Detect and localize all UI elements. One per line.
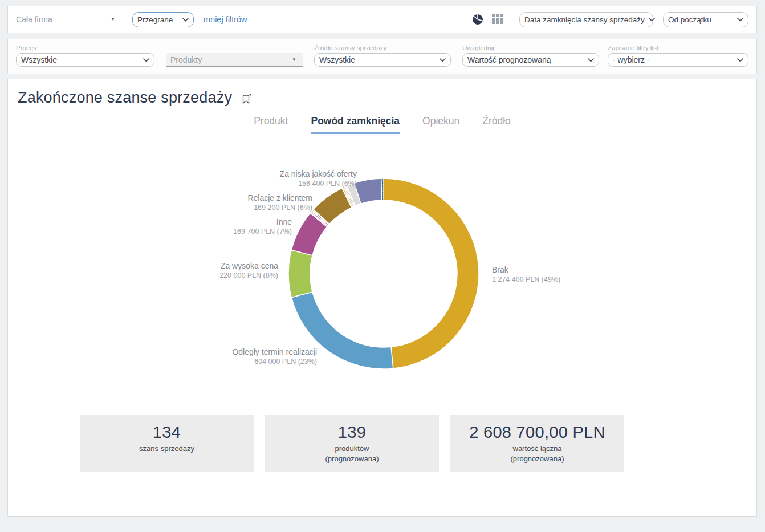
toolbar-right-group: Data zamknięcia szansy sprzedaży Od pocz… bbox=[471, 12, 748, 27]
title-row: Zakończone szanse sprzedaży bbox=[8, 79, 756, 107]
donut-segment-za-wysoka-cena[interactable] bbox=[288, 250, 312, 297]
pie-chart-icon[interactable] bbox=[471, 13, 484, 26]
tab-opiekun[interactable]: Opiekun bbox=[422, 115, 459, 134]
status-select[interactable]: Przegrane bbox=[132, 12, 194, 27]
process-filter-group: Proces: Wszystkie bbox=[16, 43, 154, 74]
source-select-value: Wszystkie bbox=[319, 55, 355, 64]
include-label: Uwzględnij: bbox=[462, 43, 599, 53]
tab-zrodlo[interactable]: Źródło bbox=[482, 115, 511, 134]
tab-powod-zamkniecia[interactable]: Powód zamknięcia bbox=[311, 115, 400, 134]
chevron-down-icon bbox=[733, 18, 743, 22]
period-select-value: Od początku bbox=[668, 15, 711, 24]
stat-products: 139 produktów(prognozowana) bbox=[265, 415, 439, 472]
report-tabs: Produkt Powód zamknięcia Opiekun Źródło bbox=[8, 115, 756, 134]
stat-total-value: 2 608 700,00 PLN wartość łączna(prognozo… bbox=[450, 415, 624, 472]
status-select-value: Przegrane bbox=[137, 15, 173, 24]
donut-chart: Za niska jakość oferty 156 400 PLN (6%) … bbox=[8, 132, 758, 412]
process-label: Proces: bbox=[16, 43, 154, 53]
report-panel: Zakończone szanse sprzedaży Produkt Powó… bbox=[7, 79, 757, 517]
include-select[interactable]: Wartość prognozowaną bbox=[462, 53, 599, 67]
filters-bar: Proces: Wszystkie Produkty ▼ Źródło szan… bbox=[7, 39, 757, 74]
saved-filters-select-value: - wybierz - bbox=[613, 55, 650, 64]
chevron-down-icon bbox=[584, 58, 594, 62]
company-filter-select[interactable]: Cała firma ▼ bbox=[16, 13, 117, 26]
chevron-down-icon bbox=[178, 18, 189, 22]
donut-segment[interactable] bbox=[381, 178, 384, 200]
source-filter-group: Źródło szansy sprzedaży: Wszystkie bbox=[314, 43, 451, 74]
chart-label-za-niska: Za niska jakość oferty 156 400 PLN (6%) bbox=[280, 169, 357, 189]
products-multiselect[interactable]: Produkty ▼ bbox=[166, 53, 303, 67]
summary-stats: 134 szans sprzedaży 139 produktów(progno… bbox=[80, 415, 624, 472]
tab-produkt[interactable]: Produkt bbox=[254, 115, 288, 134]
chart-label-za-wysoka: Za wysoka cena 220 000 PLN (8%) bbox=[219, 261, 278, 281]
saved-filters-label: Zapisane filtry list: bbox=[608, 43, 748, 53]
chart-label-relacje: Relacje z klientem 169 200 PLN (6%) bbox=[247, 193, 312, 213]
date-field-select[interactable]: Data zamknięcia szansy sprzedaży bbox=[519, 12, 653, 27]
source-label: Źródło szansy sprzedaży: bbox=[314, 43, 451, 53]
top-toolbar: Cała firma ▼ Przegrane mniej filtrów bbox=[7, 6, 757, 33]
chevron-down-icon bbox=[733, 58, 743, 62]
saved-filters-group: Zapisane filtry list: - wybierz - bbox=[608, 43, 748, 74]
chevron-down-icon bbox=[436, 58, 446, 62]
bookmark-add-icon[interactable] bbox=[241, 93, 253, 105]
chart-label-brak: Brak 1 274 400 PLN (49%) bbox=[492, 265, 560, 285]
products-filter-group: Produkty ▼ bbox=[166, 43, 303, 74]
chart-label-inne: Inne 169 700 PLN (7%) bbox=[233, 217, 292, 237]
table-icon[interactable] bbox=[491, 13, 504, 26]
products-placeholder: Produkty bbox=[170, 55, 202, 64]
stat-opportunities: 134 szans sprzedaży bbox=[80, 415, 254, 472]
caret-down-icon: ▼ bbox=[292, 57, 299, 62]
include-select-value: Wartość prognozowaną bbox=[467, 55, 551, 64]
fewer-filters-link[interactable]: mniej filtrów bbox=[204, 15, 247, 24]
page-title: Zakończone szanse sprzedaży bbox=[18, 89, 232, 107]
process-select-value: Wszystkie bbox=[21, 55, 57, 64]
source-select[interactable]: Wszystkie bbox=[314, 53, 451, 67]
donut-segment-brak[interactable] bbox=[384, 178, 479, 368]
company-filter-value: Cała firma bbox=[16, 15, 52, 24]
saved-filters-select[interactable]: - wybierz - bbox=[608, 53, 748, 67]
date-field-select-value: Data zamknięcia szansy sprzedaży bbox=[524, 15, 645, 24]
chevron-down-icon bbox=[645, 18, 655, 22]
chart-label-odlegly: Odległy termin realizacji 604 000 PLN (2… bbox=[232, 347, 317, 367]
period-select[interactable]: Od początku bbox=[663, 12, 748, 27]
chevron-down-icon bbox=[139, 58, 149, 62]
caret-down-icon: ▼ bbox=[111, 17, 117, 22]
donut-chart-svg bbox=[287, 177, 481, 371]
process-select[interactable]: Wszystkie bbox=[16, 53, 154, 67]
include-filter-group: Uwzględnij: Wartość prognozowaną bbox=[462, 43, 599, 74]
